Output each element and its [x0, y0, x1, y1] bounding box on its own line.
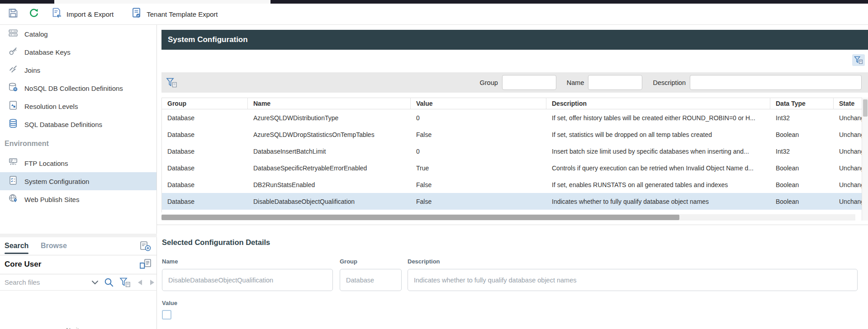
horizontal-scrollbar[interactable]	[161, 214, 855, 221]
column-header-state[interactable]: State	[834, 98, 862, 109]
sidebar-item-joins[interactable]: Joins	[0, 61, 157, 79]
table-body: Database AzureSQLDWDistributionType 0 If…	[162, 109, 862, 210]
table-row[interactable]: Database DisableDatabaseObjectQualificat…	[162, 193, 862, 210]
cell-value: False	[411, 193, 546, 210]
table-row[interactable]: Database DatabaseSpecificRetryableErrorE…	[162, 160, 862, 176]
sidebar-item-ftp-locations[interactable]: FTP Locations	[0, 154, 157, 172]
copy-button[interactable]	[139, 258, 153, 273]
sidebar-section-environment: Environment	[0, 133, 157, 154]
cell-name: AzureSQLDWDistributionType	[248, 109, 411, 126]
import-export-button[interactable]: Import & Export	[48, 6, 116, 22]
cell-group: Database	[162, 109, 248, 126]
sidebar-item-label: NoSQL DB Collection Definitions	[24, 85, 123, 92]
cell-description: Indicates whether to fully qualify datab…	[546, 193, 770, 210]
sidebar-item-nosql-db-collection-definitions[interactable]: NoSQL DB Collection Definitions	[0, 79, 157, 97]
cell-description: If set, enables RUNSTATS on all generate…	[546, 176, 770, 193]
cell-value: False	[411, 176, 546, 193]
tab-search[interactable]: Search	[5, 242, 28, 250]
cell-data-type: Int32	[770, 109, 834, 126]
cell-description: If set, statistics will be dropped on al…	[546, 126, 770, 143]
browser-active-tab-strip	[54, 0, 270, 4]
details-name-label: Name	[162, 258, 178, 265]
sidebar-item-label: SQL Database Definitions	[24, 121, 102, 128]
table-row[interactable]: Database DatabaseInsertBatchLimit 0 Inse…	[162, 143, 862, 160]
chevron-down-icon[interactable]	[91, 280, 99, 285]
configuration-table: Group Name Value Description Data Type S…	[161, 98, 862, 212]
cell-description: Controls if query execution can be retri…	[546, 160, 770, 176]
empty-results-text: No items	[0, 327, 157, 329]
filter-group-input[interactable]	[502, 75, 556, 90]
details-description-label: Description	[408, 258, 440, 265]
browser-top-strip	[0, 0, 868, 4]
cell-value: True	[411, 160, 546, 176]
search-input[interactable]	[5, 278, 86, 286]
refresh-icon	[28, 8, 39, 20]
sidebar-item-label: Database Keys	[24, 48, 71, 56]
tab-browse[interactable]: Browse	[41, 242, 67, 250]
cell-data-type: Boolean	[770, 160, 834, 176]
refresh-button[interactable]	[25, 6, 43, 22]
sidebar-tabs: Search Browse	[0, 238, 157, 255]
add-item-button[interactable]	[139, 240, 152, 254]
sidebar-search-row	[0, 274, 157, 291]
table-row[interactable]: Database AzureSQLDWDropStatisticsOnTempT…	[162, 126, 862, 143]
cell-name: DatabaseInsertBatchLimit	[248, 143, 411, 160]
save-button[interactable]	[5, 6, 22, 22]
catalog-icon	[8, 28, 18, 40]
cell-state: Unchanged	[834, 193, 862, 210]
toolbar: Import & Export Tenant Template Export	[0, 4, 868, 25]
next-arrow-icon[interactable]	[149, 279, 156, 286]
sidebar-item-database-keys[interactable]: Database Keys	[0, 43, 157, 61]
horizontal-scrollbar-thumb[interactable]	[161, 215, 679, 220]
sidebar-item-label: FTP Locations	[24, 160, 68, 167]
vertical-scrollbar[interactable]	[862, 98, 868, 221]
filter-description-input[interactable]	[690, 75, 862, 90]
table-header: Group Name Value Description Data Type S…	[162, 98, 862, 109]
cell-state: Unchanged	[834, 176, 862, 193]
tenant-template-export-button[interactable]: Tenant Template Export	[128, 6, 220, 22]
sidebar-item-system-configuration[interactable]: System Configuration	[0, 172, 157, 190]
web-publish-sites-icon	[8, 193, 18, 205]
cell-name: DB2RunStatsEnabled	[248, 176, 411, 193]
search-icon[interactable]	[104, 277, 114, 287]
tenant-template-export-icon	[131, 7, 142, 21]
column-header-name[interactable]: Name	[248, 98, 411, 109]
cell-group: Database	[162, 193, 248, 210]
nosql-database-icon	[8, 82, 18, 94]
cell-state: Unchanged	[834, 143, 862, 160]
cell-group: Database	[162, 160, 248, 176]
vertical-scrollbar-thumb[interactable]	[863, 99, 868, 117]
sidebar-item-sql-database-definitions[interactable]: SQL Database Definitions	[0, 115, 157, 133]
grid-filter-icon[interactable]	[166, 78, 177, 88]
key-icon	[8, 46, 18, 58]
details-heading: Selected Configuration Details	[162, 238, 270, 247]
resolution-levels-icon	[8, 100, 18, 112]
cell-value: 0	[411, 109, 546, 126]
filter-bar: Group Name Description	[161, 72, 868, 93]
filter-icon[interactable]	[119, 277, 131, 287]
cell-state: Unchanged	[834, 160, 862, 176]
details-description-field[interactable]: Indicates whether to fully qualify datab…	[408, 269, 858, 291]
cell-name: DisableDatabaseObjectQualification	[248, 193, 411, 210]
column-header-group[interactable]: Group	[162, 98, 248, 109]
details-name-field[interactable]: DisableDatabaseObjectQualification	[162, 269, 333, 291]
sidebar-item-web-publish-sites[interactable]: Web Publish Sites	[0, 190, 157, 208]
cell-state: Unchanged	[834, 126, 862, 143]
filter-name-label: Name	[567, 79, 584, 86]
column-header-data-type[interactable]: Data Type	[770, 98, 834, 109]
filter-description-label: Description	[653, 79, 686, 86]
details-group-label: Group	[340, 258, 357, 265]
table-row[interactable]: Database AzureSQLDWDistributionType 0 If…	[162, 109, 862, 126]
column-header-description[interactable]: Description	[546, 98, 770, 109]
sidebar-item-resolution-levels[interactable]: Resolution Levels	[0, 97, 157, 115]
filter-toggle-button[interactable]	[852, 54, 865, 66]
sidebar-item-label: Resolution Levels	[24, 103, 78, 110]
column-header-value[interactable]: Value	[411, 98, 546, 109]
filter-name-input[interactable]	[588, 75, 642, 90]
sidebar-item-catalog[interactable]: Catalog	[0, 25, 157, 43]
previous-arrow-icon[interactable]	[136, 279, 143, 286]
details-value-checkbox[interactable]	[162, 310, 171, 320]
cell-name: DatabaseSpecificRetryableErrorEnabled	[248, 160, 411, 176]
table-row[interactable]: Database DB2RunStatsEnabled False If set…	[162, 176, 862, 193]
details-group-field[interactable]: Database	[340, 269, 402, 291]
